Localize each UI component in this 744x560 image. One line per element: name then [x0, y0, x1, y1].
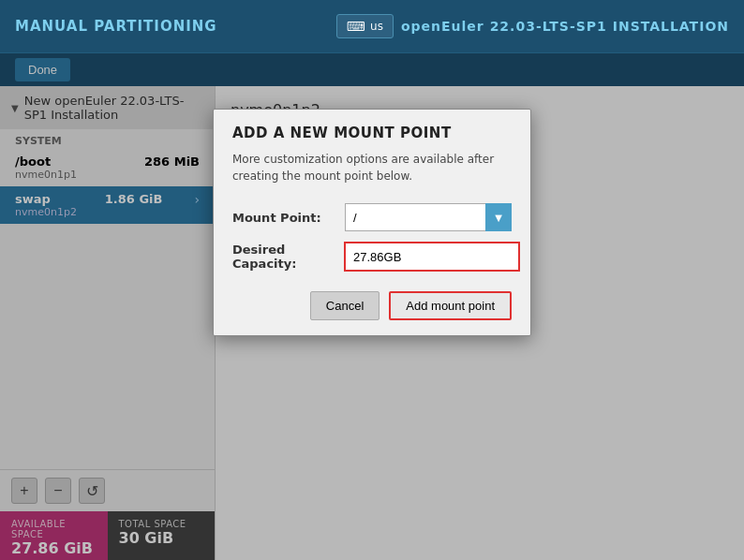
- modal-capacity-label: Desired Capacity:: [232, 243, 335, 271]
- add-mount-point-button[interactable]: Add mount point: [389, 291, 512, 320]
- keyboard-lang: us: [370, 20, 383, 33]
- modal-mount-point-field: Mount Point: / /boot /home /var swap ▼: [214, 198, 530, 237]
- keyboard-indicator[interactable]: ⌨ us: [336, 14, 394, 38]
- header-title: MANUAL PARTITIONING: [15, 18, 217, 35]
- modal-actions: Cancel Add mount point: [214, 276, 530, 335]
- modal-capacity-input[interactable]: [345, 243, 519, 271]
- add-mount-point-dialog: ADD A NEW MOUNT POINT More customization…: [213, 109, 531, 336]
- cancel-button[interactable]: Cancel: [310, 291, 379, 320]
- modal-mount-point-wrapper: / /boot /home /var swap ▼: [345, 203, 512, 231]
- modal-capacity-field: Desired Capacity:: [214, 237, 530, 276]
- modal-mount-point-label: Mount Point:: [232, 211, 335, 225]
- modal-title: ADD A NEW MOUNT POINT: [214, 110, 530, 151]
- header: MANUAL PARTITIONING ⌨ us openEuler 22.03…: [0, 0, 744, 52]
- modal-mount-point-select[interactable]: / /boot /home /var swap: [345, 203, 512, 231]
- keyboard-icon: ⌨: [347, 19, 365, 34]
- install-title: openEuler 22.03-LTS-SP1 INSTALLATION: [401, 19, 729, 34]
- modal-overlay: ADD A NEW MOUNT POINT More customization…: [0, 52, 744, 560]
- modal-description: More customization options are available…: [214, 151, 530, 198]
